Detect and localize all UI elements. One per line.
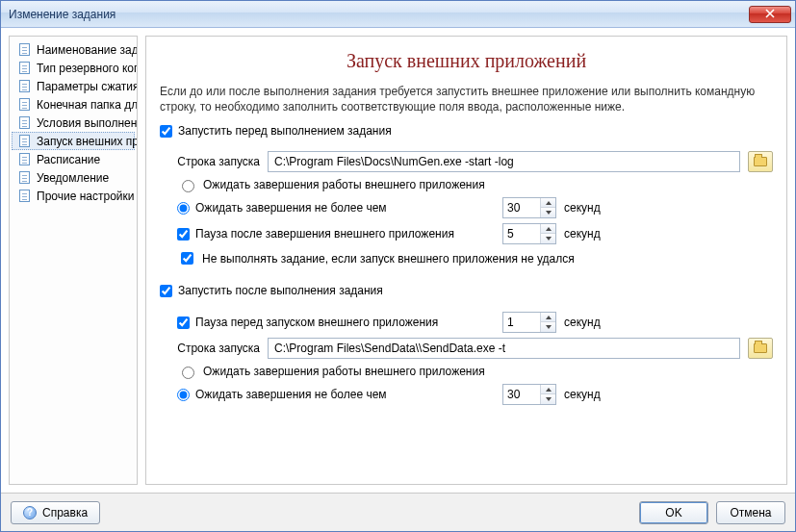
before-timeout-down[interactable] (541, 208, 555, 217)
after-pause-before-label: Пауза перед запуском внешнего приложения (195, 316, 438, 329)
after-pause-down[interactable] (541, 322, 555, 332)
sidebar-item-label: Параметры сжатия ZIP (37, 80, 138, 93)
before-pause-down[interactable] (541, 234, 555, 243)
before-pause-after-label: Пауза после завершения внешнего приложен… (195, 227, 454, 241)
before-abort-checkbox[interactable] (181, 252, 193, 265)
before-pause-after-spinner[interactable] (502, 223, 556, 244)
document-icon (17, 116, 31, 130)
dialog-window: Изменение задания Наименование задания Т… (0, 0, 796, 532)
before-browse-button[interactable] (748, 151, 773, 172)
titlebar: Изменение задания (1, 1, 795, 28)
sidebar-item-zip[interactable]: Параметры сжатия ZIP (12, 77, 135, 95)
help-button[interactable]: ? Справка (11, 501, 100, 524)
before-cmd-row: Строка запуска (177, 151, 773, 172)
sidebar-item-label: Расписание (37, 153, 100, 166)
after-timeout-input[interactable] (503, 385, 540, 404)
document-icon (17, 153, 31, 166)
sidebar-item-backup-type[interactable]: Тип резервного копирования (12, 59, 135, 77)
before-enable-row: Запустить перед выполнением задания (160, 124, 773, 138)
document-icon (17, 135, 31, 148)
after-pause-up[interactable] (541, 313, 555, 322)
after-pause-before-input[interactable] (503, 313, 540, 332)
seconds-label: секунд (564, 316, 601, 329)
document-icon (17, 190, 31, 203)
sidebar: Наименование задания Тип резервного копи… (9, 36, 138, 485)
before-timeout-up[interactable] (541, 198, 555, 208)
after-timeout-up[interactable] (541, 385, 555, 394)
seconds-label: секунд (564, 388, 601, 401)
before-pause-after-checkbox[interactable] (177, 228, 190, 241)
before-wait-timeout-row: Ожидать завершения не более чем секунд (177, 197, 773, 218)
before-abort-label: Не выполнять задание, если запуск внешне… (202, 252, 575, 266)
help-label: Справка (42, 506, 88, 519)
close-icon (765, 8, 775, 21)
after-enable-row: Запустить после выполнения задания (160, 284, 773, 297)
sidebar-item-label: Уведомление (37, 171, 109, 185)
folder-icon (754, 343, 767, 353)
after-wait-finish-radio[interactable] (182, 367, 194, 379)
after-timeout-spinner[interactable] (502, 384, 556, 405)
after-enable-label: Запустить после выполнения задания (178, 284, 383, 297)
before-enable-label: Запустить перед выполнением задания (178, 124, 392, 138)
page-title: Запуск внешних приложений (160, 50, 773, 72)
sidebar-item-external-apps[interactable]: Запуск внешних приложений (12, 132, 135, 150)
footer: ? Справка OK Отмена (1, 493, 795, 531)
document-icon (17, 98, 31, 112)
close-button[interactable] (749, 6, 791, 23)
sidebar-item-label: Наименование задания (37, 43, 138, 57)
cancel-button[interactable]: Отмена (716, 501, 785, 524)
after-pause-before-spinner[interactable] (502, 312, 556, 333)
after-pause-before-checkbox[interactable] (177, 317, 190, 329)
sidebar-item-label: Условия выполнения (37, 116, 138, 130)
after-wait-timeout-radio[interactable] (177, 389, 190, 401)
sidebar-item-name[interactable]: Наименование задания (12, 40, 135, 59)
main-area: Наименование задания Тип резервного копи… (1, 28, 795, 493)
after-cmd-input[interactable] (268, 338, 740, 359)
after-enable-checkbox[interactable] (160, 285, 172, 297)
before-wait-finish-radio[interactable] (182, 180, 194, 192)
sidebar-item-label: Конечная папка для синхронизации (37, 98, 138, 112)
ok-label: OK (665, 506, 681, 519)
after-wait-timeout-row: Ожидать завершения не более чем секунд (177, 384, 773, 405)
sidebar-item-label: Тип резервного копирования (37, 62, 138, 75)
after-wait-finish-row: Ожидать завершения работы внешнего прило… (177, 364, 773, 379)
seconds-label: секунд (564, 227, 601, 241)
after-pause-before-row: Пауза перед запуском внешнего приложения… (177, 312, 773, 333)
after-section: Пауза перед запуском внешнего приложения… (160, 301, 773, 412)
help-icon: ? (23, 506, 37, 519)
content-pane: Запуск внешних приложений Если до или по… (145, 36, 787, 485)
before-enable-checkbox[interactable] (160, 125, 172, 138)
before-section: Строка запуска Ожидать завершения работы… (160, 141, 773, 274)
before-timeout-input[interactable] (503, 198, 540, 217)
document-icon (17, 171, 31, 185)
document-icon (17, 62, 31, 75)
sidebar-item-label: Запуск внешних приложений (37, 135, 138, 148)
before-pause-after-row: Пауза после завершения внешнего приложен… (177, 223, 773, 244)
seconds-label: секунд (564, 201, 601, 215)
sidebar-item-sync-folder[interactable]: Конечная папка для синхронизации (12, 95, 135, 114)
after-wait-timeout-label: Ожидать завершения не более чем (195, 388, 387, 401)
intro-text: Если до или после выполнения задания тре… (160, 84, 773, 114)
before-pause-up[interactable] (541, 224, 555, 234)
ok-button[interactable]: OK (639, 501, 708, 524)
before-wait-timeout-label: Ожидать завершения не более чем (195, 201, 387, 215)
after-timeout-down[interactable] (541, 394, 555, 404)
before-wait-finish-label: Ожидать завершения работы внешнего прило… (203, 178, 485, 191)
before-cmd-input[interactable] (268, 151, 740, 172)
after-cmd-row: Строка запуска (177, 338, 773, 359)
document-icon (17, 80, 31, 93)
before-timeout-spinner[interactable] (502, 197, 556, 218)
sidebar-item-schedule[interactable]: Расписание (12, 150, 135, 168)
after-wait-finish-label: Ожидать завершения работы внешнего прило… (203, 365, 485, 378)
sidebar-item-notification[interactable]: Уведомление (12, 168, 135, 187)
before-wait-timeout-radio[interactable] (177, 202, 190, 215)
sidebar-item-other[interactable]: Прочие настройки (12, 187, 135, 205)
sidebar-item-conditions[interactable]: Условия выполнения (12, 114, 135, 132)
folder-icon (754, 157, 767, 166)
before-abort-row: Не выполнять задание, если запуск внешне… (177, 249, 773, 267)
before-pause-after-input[interactable] (503, 224, 540, 243)
after-cmd-label: Строка запуска (177, 342, 260, 355)
after-browse-button[interactable] (748, 338, 773, 359)
document-icon (17, 43, 31, 57)
dialog-body: Наименование задания Тип резервного копи… (1, 28, 795, 531)
